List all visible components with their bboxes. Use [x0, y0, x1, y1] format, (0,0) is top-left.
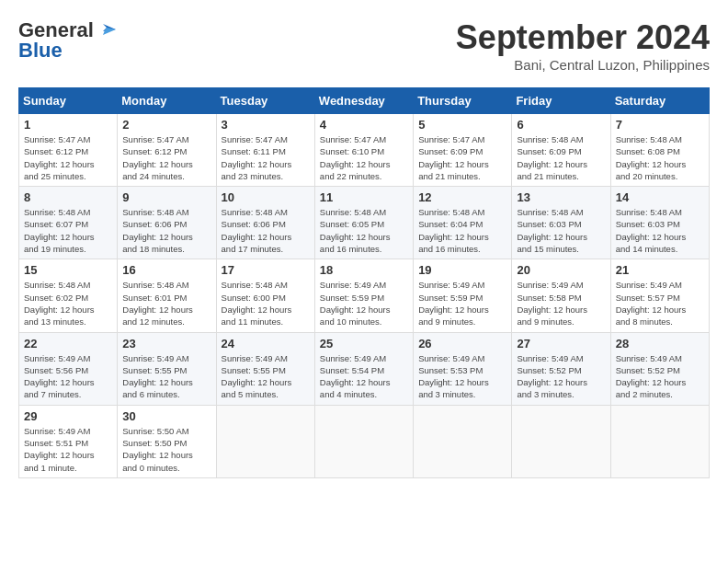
weekday-header-wednesday: Wednesday [314, 88, 413, 114]
day-info: Sunrise: 5:49 AM Sunset: 5:55 PM Dayligh… [122, 352, 210, 401]
day-number: 9 [122, 190, 210, 204]
day-number: 27 [517, 337, 605, 350]
day-info: Sunrise: 5:47 AM Sunset: 6:10 PM Dayligh… [320, 133, 408, 182]
month-title: September 2024 [456, 18, 710, 57]
day-number: 22 [24, 337, 112, 350]
calendar-cell: 22Sunrise: 5:49 AM Sunset: 5:56 PM Dayli… [19, 332, 118, 405]
day-info: Sunrise: 5:49 AM Sunset: 5:55 PM Dayligh… [222, 352, 310, 401]
calendar-cell: 10Sunrise: 5:48 AM Sunset: 6:06 PM Dayli… [216, 187, 314, 259]
calendar-week-4: 22Sunrise: 5:49 AM Sunset: 5:56 PM Dayli… [19, 332, 710, 405]
day-number: 8 [24, 190, 112, 204]
day-info: Sunrise: 5:48 AM Sunset: 6:05 PM Dayligh… [320, 206, 408, 255]
day-info: Sunrise: 5:48 AM Sunset: 6:03 PM Dayligh… [616, 206, 704, 255]
calendar-cell: 13Sunrise: 5:48 AM Sunset: 6:03 PM Dayli… [512, 187, 610, 259]
calendar-cell [414, 405, 512, 477]
calendar-cell: 24Sunrise: 5:49 AM Sunset: 5:55 PM Dayli… [216, 332, 314, 405]
day-number: 15 [24, 263, 112, 277]
day-info: Sunrise: 5:49 AM Sunset: 5:52 PM Dayligh… [616, 352, 704, 401]
day-number: 1 [24, 118, 112, 132]
day-info: Sunrise: 5:48 AM Sunset: 6:06 PM Dayligh… [122, 206, 210, 255]
day-number: 6 [517, 118, 605, 132]
calendar-cell: 29Sunrise: 5:49 AM Sunset: 5:51 PM Dayli… [19, 405, 118, 477]
day-info: Sunrise: 5:49 AM Sunset: 5:57 PM Dayligh… [616, 279, 704, 327]
calendar-cell [314, 405, 413, 477]
calendar-cell [216, 405, 314, 477]
day-number: 5 [418, 118, 506, 132]
day-info: Sunrise: 5:49 AM Sunset: 5:59 PM Dayligh… [320, 279, 408, 327]
calendar-cell: 19Sunrise: 5:49 AM Sunset: 5:59 PM Dayli… [414, 259, 512, 332]
calendar-cell: 1Sunrise: 5:47 AM Sunset: 6:12 PM Daylig… [19, 114, 118, 187]
calendar-cell: 30Sunrise: 5:50 AM Sunset: 5:50 PM Dayli… [118, 405, 216, 477]
day-info: Sunrise: 5:49 AM Sunset: 5:51 PM Dayligh… [24, 425, 112, 474]
calendar-week-1: 1Sunrise: 5:47 AM Sunset: 6:12 PM Daylig… [19, 114, 710, 187]
day-number: 18 [320, 263, 408, 277]
day-info: Sunrise: 5:48 AM Sunset: 6:01 PM Dayligh… [122, 279, 210, 327]
day-number: 21 [616, 263, 704, 277]
day-number: 20 [517, 263, 605, 277]
title-area: September 2024 Bani, Central Luzon, Phil… [456, 18, 710, 73]
day-info: Sunrise: 5:48 AM Sunset: 6:07 PM Dayligh… [24, 206, 112, 255]
day-number: 29 [24, 409, 112, 423]
calendar-cell: 7Sunrise: 5:48 AM Sunset: 6:08 PM Daylig… [610, 114, 709, 187]
calendar-header-row: SundayMondayTuesdayWednesdayThursdayFrid… [19, 88, 710, 114]
day-info: Sunrise: 5:49 AM Sunset: 5:59 PM Dayligh… [418, 279, 506, 327]
logo-blue: Blue [18, 39, 63, 63]
calendar-week-5: 29Sunrise: 5:49 AM Sunset: 5:51 PM Dayli… [19, 405, 710, 477]
calendar-cell: 27Sunrise: 5:49 AM Sunset: 5:52 PM Dayli… [512, 332, 610, 405]
day-info: Sunrise: 5:47 AM Sunset: 6:09 PM Dayligh… [418, 133, 506, 182]
day-number: 30 [122, 409, 210, 423]
calendar-cell: 16Sunrise: 5:48 AM Sunset: 6:01 PM Dayli… [118, 259, 216, 332]
day-number: 28 [616, 337, 704, 350]
logo: General Blue [18, 18, 116, 63]
day-number: 14 [616, 190, 704, 204]
calendar-cell [512, 405, 610, 477]
day-number: 25 [320, 337, 408, 350]
day-info: Sunrise: 5:49 AM Sunset: 5:54 PM Dayligh… [320, 352, 408, 401]
calendar-cell: 18Sunrise: 5:49 AM Sunset: 5:59 PM Dayli… [314, 259, 413, 332]
calendar-cell: 3Sunrise: 5:47 AM Sunset: 6:11 PM Daylig… [216, 114, 314, 187]
day-number: 4 [320, 118, 408, 132]
calendar-cell: 9Sunrise: 5:48 AM Sunset: 6:06 PM Daylig… [118, 187, 216, 259]
page-header: General Blue September 2024 Bani, Centra… [18, 18, 710, 73]
calendar-cell: 26Sunrise: 5:49 AM Sunset: 5:53 PM Dayli… [414, 332, 512, 405]
calendar-cell: 15Sunrise: 5:48 AM Sunset: 6:02 PM Dayli… [19, 259, 118, 332]
day-number: 13 [517, 190, 605, 204]
day-info: Sunrise: 5:47 AM Sunset: 6:11 PM Dayligh… [222, 133, 310, 182]
day-info: Sunrise: 5:49 AM Sunset: 5:52 PM Dayligh… [517, 352, 605, 401]
day-info: Sunrise: 5:49 AM Sunset: 5:56 PM Dayligh… [24, 352, 112, 401]
calendar-cell: 28Sunrise: 5:49 AM Sunset: 5:52 PM Dayli… [610, 332, 709, 405]
day-number: 3 [222, 118, 310, 132]
calendar-cell: 12Sunrise: 5:48 AM Sunset: 6:04 PM Dayli… [414, 187, 512, 259]
day-info: Sunrise: 5:48 AM Sunset: 6:08 PM Dayligh… [616, 133, 704, 182]
day-info: Sunrise: 5:48 AM Sunset: 6:09 PM Dayligh… [517, 133, 605, 182]
day-info: Sunrise: 5:48 AM Sunset: 6:03 PM Dayligh… [517, 206, 605, 255]
calendar-week-2: 8Sunrise: 5:48 AM Sunset: 6:07 PM Daylig… [19, 187, 710, 259]
day-number: 17 [222, 263, 310, 277]
location: Bani, Central Luzon, Philippines [456, 57, 710, 73]
day-number: 23 [122, 337, 210, 350]
day-info: Sunrise: 5:49 AM Sunset: 5:58 PM Dayligh… [517, 279, 605, 327]
weekday-header-tuesday: Tuesday [216, 88, 314, 114]
calendar-cell: 11Sunrise: 5:48 AM Sunset: 6:05 PM Dayli… [314, 187, 413, 259]
day-number: 2 [122, 118, 210, 132]
day-info: Sunrise: 5:50 AM Sunset: 5:50 PM Dayligh… [122, 425, 210, 474]
logo-bird-icon [96, 22, 116, 39]
calendar-cell: 21Sunrise: 5:49 AM Sunset: 5:57 PM Dayli… [610, 259, 709, 332]
calendar-cell: 14Sunrise: 5:48 AM Sunset: 6:03 PM Dayli… [610, 187, 709, 259]
calendar-cell [610, 405, 709, 477]
day-number: 11 [320, 190, 408, 204]
day-number: 26 [418, 337, 506, 350]
calendar-week-3: 15Sunrise: 5:48 AM Sunset: 6:02 PM Dayli… [19, 259, 710, 332]
calendar-cell: 5Sunrise: 5:47 AM Sunset: 6:09 PM Daylig… [414, 114, 512, 187]
day-number: 16 [122, 263, 210, 277]
weekday-header-sunday: Sunday [19, 88, 118, 114]
calendar-cell: 17Sunrise: 5:48 AM Sunset: 6:00 PM Dayli… [216, 259, 314, 332]
calendar-cell: 6Sunrise: 5:48 AM Sunset: 6:09 PM Daylig… [512, 114, 610, 187]
day-info: Sunrise: 5:48 AM Sunset: 6:02 PM Dayligh… [24, 279, 112, 327]
weekday-header-thursday: Thursday [414, 88, 512, 114]
calendar-cell: 4Sunrise: 5:47 AM Sunset: 6:10 PM Daylig… [314, 114, 413, 187]
weekday-header-saturday: Saturday [610, 88, 709, 114]
day-info: Sunrise: 5:48 AM Sunset: 6:00 PM Dayligh… [222, 279, 310, 327]
weekday-header-monday: Monday [118, 88, 216, 114]
calendar-body: 1Sunrise: 5:47 AM Sunset: 6:12 PM Daylig… [19, 114, 710, 478]
